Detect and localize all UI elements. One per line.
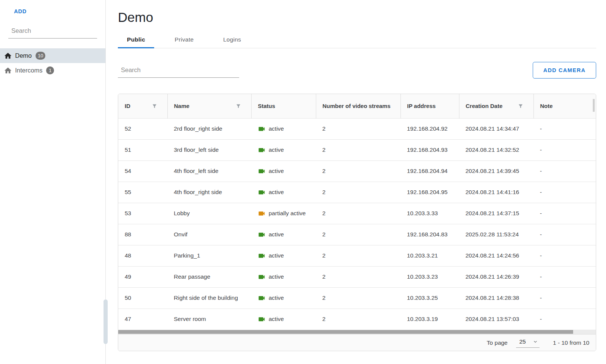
camera-groups-list: Demo 10 Intercoms 1 (0, 48, 105, 78)
status-label: active (269, 295, 284, 301)
cell-status: active (251, 224, 316, 245)
add-camera-button[interactable]: ADD CAMERA (533, 62, 596, 79)
column-label: Status (258, 103, 275, 109)
sidebar-search-input[interactable] (8, 25, 97, 38)
cell-created: 2025.02.28 11:53:24 (459, 224, 533, 245)
sidebar: ADD Demo 10 Intercoms 1 (0, 0, 106, 364)
cell-streams: 2 (316, 118, 400, 139)
filter-icon[interactable] (152, 103, 157, 109)
cameras-table: IDNameStatusNumber of video streamsIP ad… (118, 94, 596, 330)
cell-status: active (251, 160, 316, 182)
sidebar-item-intercoms[interactable]: Intercoms 1 (0, 63, 105, 78)
page-size-value: 25 (519, 338, 526, 345)
cell-name: Lobby (167, 203, 251, 224)
cell-id: 48 (118, 245, 167, 266)
cell-streams: 2 (316, 287, 400, 308)
vertical-scrollbar-thumb[interactable] (593, 99, 595, 112)
cell-name: Rear passage (167, 266, 251, 287)
cell-status: active (251, 182, 316, 203)
cell-ip: 10.203.3.21 (400, 245, 459, 266)
cell-created: 2024.08.21 14:32:52 (459, 139, 533, 160)
table-row[interactable]: 88Onvifactive2192.168.204.832025.02.28 1… (118, 224, 596, 245)
column-header-status[interactable]: Status (251, 94, 316, 118)
cell-status: active (251, 245, 316, 266)
table-footer: To page 25 1 - 10 from 10 (118, 334, 596, 351)
cell-created: 2024.08.21 14:41:16 (459, 182, 533, 203)
cell-streams: 2 (316, 245, 400, 266)
horizontal-scrollbar-thumb[interactable] (118, 330, 573, 334)
cell-id: 47 (118, 308, 167, 330)
tab-private[interactable]: Private (165, 31, 203, 48)
cell-ip: 10.203.3.23 (400, 266, 459, 287)
cell-status: active (251, 287, 316, 308)
tab-public[interactable]: Public (118, 31, 154, 48)
to-page-label: To page (487, 339, 507, 346)
cell-id: 50 (118, 287, 167, 308)
status-label: active (269, 252, 284, 259)
cell-note: - (533, 266, 596, 287)
cell-id: 53 (118, 203, 167, 224)
column-header-note[interactable]: Note (533, 94, 596, 118)
table-row[interactable]: 544th floor_left sideactive2192.168.204.… (118, 160, 596, 182)
camera-status-icon (258, 125, 266, 133)
cell-note: - (533, 160, 596, 182)
count-badge: 1 (46, 66, 54, 74)
cell-name: Server room (167, 308, 251, 330)
filter-icon[interactable] (236, 103, 241, 109)
cell-id: 54 (118, 160, 167, 182)
table-row[interactable]: 522rd floor_right sideactive2192.168.204… (118, 118, 596, 139)
camera-status-icon (258, 273, 266, 281)
table-row[interactable]: 53Lobbypartially active210.203.3.332024.… (118, 203, 596, 224)
cell-ip: 192.168.204.95 (400, 182, 459, 203)
column-label: Name (174, 103, 190, 109)
cameras-table-card: IDNameStatusNumber of video streamsIP ad… (118, 94, 596, 351)
status-label: active (269, 273, 284, 280)
add-button[interactable]: ADD (14, 8, 26, 14)
column-header-ip-address[interactable]: IP address (400, 94, 459, 118)
camera-status-icon (258, 146, 266, 154)
table-row[interactable]: 513rd floor_left sideactive2192.168.204.… (118, 139, 596, 160)
sidebar-search (8, 25, 97, 39)
cell-note: - (533, 245, 596, 266)
sidebar-item-demo[interactable]: Demo 10 (0, 48, 105, 63)
cell-id: 55 (118, 182, 167, 203)
camera-status-icon (258, 188, 266, 196)
horizontal-scrollbar[interactable] (118, 330, 596, 334)
cell-created: 2024.08.21 14:26:39 (459, 266, 533, 287)
cell-ip: 192.168.204.92 (400, 118, 459, 139)
table-row[interactable]: 50Right side of the buildingactive210.20… (118, 287, 596, 308)
status-label: active (269, 168, 284, 174)
chevron-down-icon (533, 339, 538, 344)
table-search-input[interactable] (118, 64, 239, 77)
page-size-select[interactable]: 25 (516, 338, 540, 348)
cell-note: - (533, 308, 596, 330)
cell-created: 2024.08.21 14:24:56 (459, 245, 533, 266)
cell-id: 49 (118, 266, 167, 287)
cell-status: active (251, 266, 316, 287)
status-label: partially active (269, 210, 306, 217)
column-header-id[interactable]: ID (118, 94, 167, 118)
filter-icon[interactable] (518, 103, 523, 109)
table-row[interactable]: 47Server roomactive210.203.3.192024.08.2… (118, 308, 596, 330)
cell-streams: 2 (316, 160, 400, 182)
cell-ip: 192.168.204.83 (400, 224, 459, 245)
camera-status-icon (258, 231, 266, 239)
column-header-creation-date[interactable]: Creation Date (459, 94, 533, 118)
tab-logins[interactable]: Logins (214, 31, 250, 48)
sidebar-resize-handle[interactable] (104, 299, 108, 344)
column-header-number-of-video-streams[interactable]: Number of video streams (316, 94, 400, 118)
cell-ip: 10.203.3.25 (400, 287, 459, 308)
table-row[interactable]: 48Parking_1active210.203.3.212024.08.21 … (118, 245, 596, 266)
cell-name: 3rd floor_left side (167, 139, 251, 160)
sidebar-item-label: Demo (15, 52, 32, 59)
cell-ip: 10.203.3.33 (400, 203, 459, 224)
camera-status-icon (258, 167, 266, 175)
column-label: Note (540, 103, 553, 109)
column-header-name[interactable]: Name (167, 94, 251, 118)
toolbar: ADD CAMERA (118, 62, 596, 79)
cell-note: - (533, 182, 596, 203)
cell-status: active (251, 118, 316, 139)
table-row[interactable]: 49Rear passageactive210.203.3.232024.08.… (118, 266, 596, 287)
table-row[interactable]: 554th floor_right sideactive2192.168.204… (118, 182, 596, 203)
page-title: Demo (118, 10, 596, 25)
